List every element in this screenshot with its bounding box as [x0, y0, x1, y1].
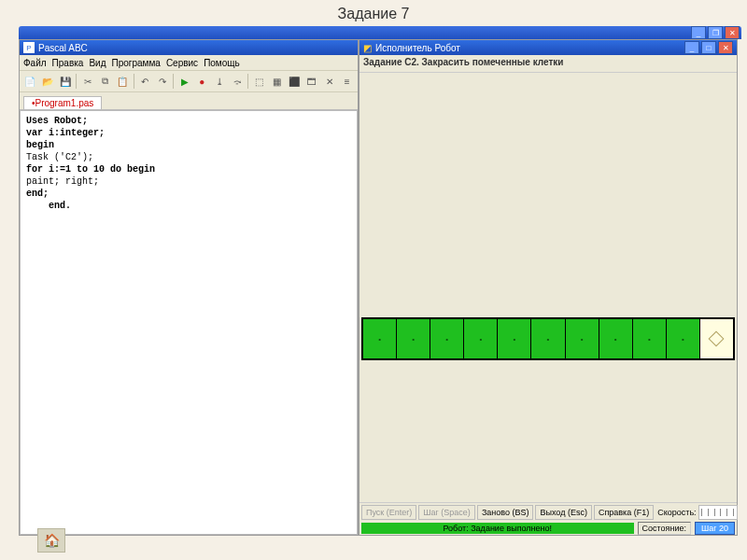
robot-title-text: Исполнитель Робот [375, 43, 460, 53]
separator [247, 74, 248, 89]
robot-window: ◩ Исполнитель Робот _ □ ✕ Задание C2. За… [359, 39, 738, 536]
grid-cell [397, 319, 430, 358]
code-editor[interactable]: Uses Robot; var i:integer; begin Task ('… [20, 110, 358, 535]
grid-cell [498, 319, 531, 358]
exit-button[interactable]: Выход (Esc) [535, 505, 591, 520]
grid-cell [430, 319, 464, 358]
taskbar-restore-button[interactable]: ❐ [708, 26, 723, 39]
step-over-icon[interactable]: ⤼ [230, 73, 246, 90]
tool-c-icon[interactable]: ⬛ [287, 73, 303, 90]
start-button[interactable]: Пуск (Enter) [361, 505, 416, 520]
tool-e-icon[interactable]: ✕ [321, 73, 337, 90]
app-icon: P [23, 42, 35, 53]
menu-program[interactable]: Программа [111, 58, 160, 68]
speed-label: Скорость: [657, 508, 696, 517]
robot-bottombar: Пуск (Enter) Шаг (Space) Заново (BS) Вых… [359, 502, 737, 535]
grid-cell-robot [700, 319, 733, 358]
help-button[interactable]: Справка (F1) [594, 505, 654, 520]
redo-icon[interactable]: ↷ [154, 73, 170, 90]
paste-icon[interactable]: 📋 [115, 73, 131, 90]
robot-task-label: Задание C2. Закрасить помеченные клетки [359, 55, 737, 73]
taskbar-close-button[interactable]: ✕ [725, 26, 740, 39]
menu-edit[interactable]: Правка [52, 58, 84, 68]
stop-icon[interactable]: ● [194, 73, 210, 90]
robot-app-icon: ◩ [363, 43, 372, 53]
step-icon[interactable]: ⤓ [212, 73, 228, 90]
os-taskbar: _ ❐ ✕ [19, 26, 741, 39]
robot-maximize-button[interactable]: □ [701, 41, 716, 54]
grid-cell [464, 319, 498, 358]
menu-file[interactable]: Файл [23, 58, 47, 68]
ide-titlebar: P Pascal ABC [20, 40, 358, 55]
grid-cell [566, 319, 599, 358]
grid-cell [633, 319, 667, 358]
separator [173, 74, 174, 89]
tool-d-icon[interactable]: 🗔 [304, 73, 320, 90]
grid-cell [599, 319, 633, 358]
home-button[interactable]: 🏠 [37, 528, 65, 553]
separator [76, 74, 77, 89]
robot-buttons: Пуск (Enter) Шаг (Space) Заново (BS) Вых… [359, 503, 737, 522]
robot-marker-icon [709, 331, 725, 347]
page-heading: Задание 7 [0, 6, 747, 22]
tool-a-icon[interactable]: ⬚ [251, 73, 267, 90]
taskbar-minimize-button[interactable]: _ [691, 26, 706, 39]
copy-icon[interactable]: ⧉ [97, 73, 113, 90]
robot-titlebar: ◩ Исполнитель Робот _ □ ✕ [359, 40, 737, 55]
speed-slider[interactable] [698, 505, 738, 520]
step-button[interactable]: Шаг (Space) [418, 505, 475, 520]
separator [134, 74, 134, 89]
run-icon[interactable]: ▶ [176, 73, 192, 90]
undo-icon[interactable]: ↶ [137, 73, 153, 90]
status-state: Состояние: [638, 522, 691, 535]
cut-icon[interactable]: ✂ [79, 73, 95, 90]
new-file-icon[interactable]: 📄 [22, 73, 38, 90]
save-icon[interactable]: 💾 [58, 73, 74, 90]
menu-view[interactable]: Вид [89, 58, 106, 68]
tab-program1[interactable]: •Program1.pas [23, 96, 102, 109]
robot-minimize-button[interactable]: _ [684, 41, 699, 54]
tool-b-icon[interactable]: ▦ [269, 73, 285, 90]
ide-title-text: Pascal ABC [38, 43, 88, 53]
robot-statusbar: Робот: Задание выполнено! Состояние: Шаг… [359, 522, 737, 535]
ide-window: P Pascal ABC Файл Правка Вид Программа С… [19, 39, 359, 536]
restart-button[interactable]: Заново (BS) [477, 505, 534, 520]
open-file-icon[interactable]: 📂 [40, 73, 56, 90]
menu-service[interactable]: Сервис [166, 58, 198, 68]
ide-tabs: •Program1.pas [20, 92, 358, 110]
grid-cell [363, 319, 397, 358]
robot-field [359, 73, 737, 502]
robot-grid [361, 317, 735, 360]
tool-f-icon[interactable]: ≡ [339, 73, 355, 90]
ide-menubar: Файл Правка Вид Программа Сервис Помощь [20, 55, 358, 71]
grid-cell [531, 319, 565, 358]
status-step: Шаг 20 [695, 522, 735, 535]
status-done: Робот: Задание выполнено! [361, 523, 634, 534]
robot-close-button[interactable]: ✕ [718, 41, 733, 54]
menu-help[interactable]: Помощь [204, 58, 240, 68]
ide-toolbar: 📄 📂 💾 ✂ ⧉ 📋 ↶ ↷ ▶ ● ⤓ ⤼ ⬚ ▦ ⬛ 🗔 ✕ ≡ [20, 71, 358, 92]
grid-cell [667, 319, 700, 358]
